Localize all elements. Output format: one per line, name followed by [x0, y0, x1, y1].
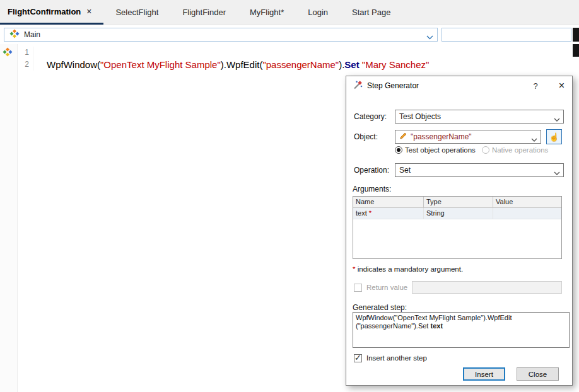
return-value-checkbox [354, 284, 362, 292]
insert-another-step-label: Insert another step [366, 354, 427, 362]
argument-type-cell: String [424, 208, 493, 219]
tab-login[interactable]: Login [296, 0, 340, 25]
category-label: Category: [354, 112, 387, 121]
arguments-table: Name Type Value text * String [353, 196, 562, 259]
mandatory-note-text: indicates a mandatory argument. [355, 265, 463, 273]
mandatory-note: * indicates a mandatory argument. [353, 265, 463, 273]
column-header-value[interactable]: Value [493, 197, 561, 207]
insert-button[interactable]: Insert [463, 367, 505, 381]
argument-name: text [356, 209, 367, 217]
generated-step-line2: ("passengerName").Set text [356, 322, 566, 330]
code-text: WpfWindow( [47, 59, 100, 70]
argument-value-cell[interactable] [493, 208, 561, 219]
close-tab-icon[interactable]: × [86, 6, 91, 16]
document-tab-bar: FlightConfirmation × SelectFlight Flight… [0, 0, 579, 25]
return-value-label: Return value [366, 284, 407, 291]
line-numbers: 1 2 [19, 47, 29, 71]
chevron-down-icon [554, 168, 560, 177]
keyword: Set [344, 59, 359, 70]
tab-label: FlightConfirmation [8, 7, 81, 16]
string-literal: "passengerName" [262, 59, 339, 70]
category-value: Test Objects [399, 112, 441, 121]
object-value: "passengerName" [411, 132, 472, 141]
operation-dropdown[interactable]: Set [395, 163, 564, 177]
generated-step-line1: WpfWindow("OpenText MyFlight Sample").Wp… [356, 314, 566, 322]
radio-native-operations [482, 146, 489, 154]
table-header: Name Type Value [353, 197, 561, 208]
tab-myflight[interactable]: MyFlight* [238, 0, 296, 25]
dialog-title-bar[interactable]: Step Generator ? × [346, 76, 572, 95]
tab-label: Login [308, 8, 328, 17]
close-icon[interactable]: × [559, 80, 564, 91]
code-area[interactable]: WpfWindow("OpenText MyFlight Sample").Wp… [33, 47, 565, 71]
chevron-down-icon [426, 33, 433, 42]
chevron-down-icon [554, 115, 560, 124]
pencil-icon [399, 132, 407, 142]
table-row[interactable]: text * String [353, 208, 561, 219]
help-button[interactable]: ? [533, 81, 537, 91]
action-selector-value: Main [24, 30, 40, 39]
toolbar-input[interactable] [442, 28, 571, 42]
dialog-title: Step Generator [367, 81, 419, 90]
chevron-down-icon [531, 135, 537, 144]
scrollbar-thumb[interactable] [573, 44, 579, 57]
arguments-label: Arguments: [353, 185, 391, 193]
action-selector-dropdown[interactable]: Main [4, 28, 438, 42]
action-icon [3, 47, 13, 60]
string-literal: "Mary Sanchez" [362, 59, 430, 70]
object-spy-button[interactable]: ☝ [546, 129, 562, 144]
editor-margin [0, 44, 18, 392]
action-icon [9, 29, 20, 41]
tab-label: SelectFlight [115, 8, 158, 17]
tab-flightconfirmation[interactable]: FlightConfirmation × [0, 0, 103, 25]
operation-value: Set [399, 166, 411, 175]
code-line-1 [33, 47, 565, 59]
tab-label: MyFlight* [250, 8, 284, 17]
radio-native-label: Native operations [492, 146, 549, 154]
tab-flightfinder[interactable]: FlightFinder [170, 0, 238, 25]
tab-selectflight[interactable]: SelectFlight [103, 0, 170, 25]
line-number: 2 [19, 59, 29, 71]
column-header-name[interactable]: Name [353, 197, 424, 207]
tab-start-page[interactable]: Start Page [340, 0, 402, 25]
generated-step-label: Generated step: [353, 303, 407, 312]
tab-label: Start Page [352, 8, 390, 17]
operation-label: Operation: [354, 166, 389, 175]
generated-step-textarea[interactable]: WpfWindow("OpenText MyFlight Sample").Wp… [353, 312, 570, 348]
object-dropdown[interactable]: "passengerName" [395, 130, 541, 144]
insert-another-step-checkbox[interactable] [354, 354, 362, 362]
generated-step-arg: text [430, 322, 443, 330]
step-generator-icon [353, 80, 363, 92]
scrollbar-thumb[interactable] [573, 28, 579, 42]
code-text: ). [339, 59, 344, 70]
argument-name-cell: text * [353, 208, 424, 219]
column-header-type[interactable]: Type [424, 197, 493, 207]
radio-test-object-operations[interactable] [395, 146, 402, 154]
code-text: ).WpfEdit( [221, 59, 263, 70]
step-generator-dialog: Step Generator ? × Category: Test Object… [346, 76, 573, 386]
tab-label: FlightFinder [182, 8, 226, 17]
generated-step-text: ("passengerName").Set [356, 322, 430, 330]
radio-test-object-label: Test object operations [405, 146, 476, 154]
string-literal: "OpenText MyFlight Sample" [100, 59, 221, 70]
category-dropdown[interactable]: Test Objects [395, 110, 564, 124]
return-value-input [412, 281, 562, 294]
mandatory-asterisk: * [369, 209, 371, 217]
close-button[interactable]: Close [517, 367, 559, 381]
pointing-hand-icon: ☝ [549, 132, 559, 142]
operations-radio-group: Test object operations Native operations [395, 146, 548, 154]
object-label: Object: [354, 132, 378, 141]
app-window: FlightConfirmation × SelectFlight Flight… [0, 0, 579, 392]
code-line-2: WpfWindow("OpenText MyFlight Sample").Wp… [33, 59, 565, 71]
line-number: 1 [19, 47, 29, 59]
